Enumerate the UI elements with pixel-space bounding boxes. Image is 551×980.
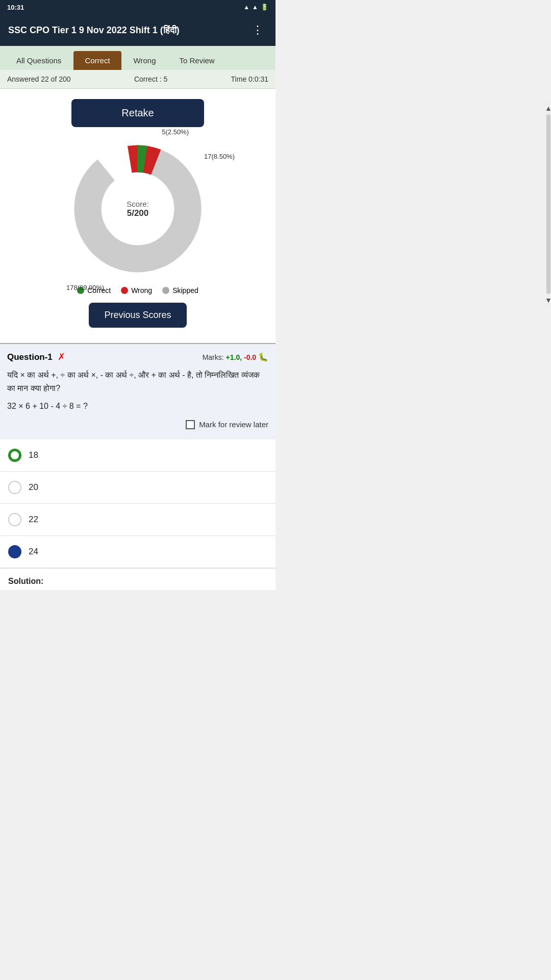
answered-count: Answered 22 of 200 [7, 75, 71, 83]
question-text: यदि × का अर्थ +, ÷ का अर्थ ×, - का अर्थ … [7, 369, 268, 413]
chart-labels: 5(2.50%) 17(8.50%) 178(89.00%) [66, 137, 209, 280]
skipped-label: 178(89.00%) [66, 284, 104, 291]
question-section: Question-1 ✗ Marks: +1.0, -0.0 🐛 यदि × क… [0, 343, 276, 439]
status-bar: 10:31 ▲ ▲ 🔋 [0, 0, 276, 14]
option-radio-4[interactable] [8, 545, 21, 558]
question-number: Question-1 ✗ [7, 351, 65, 362]
solution-section: Solution: [0, 568, 276, 590]
option-row-4[interactable]: 24 [0, 536, 276, 568]
header-title: SSC CPO Tier 1 9 Nov 2022 Shift 1 (हिंदी… [8, 25, 248, 36]
tab-all-questions[interactable]: All Questions [5, 51, 72, 70]
signal-icon: ▲ [252, 4, 258, 11]
score-chart: Score: 5/200 5(2.50%) 17(8.50%) 178(89.0… [66, 137, 209, 280]
previous-scores-button[interactable]: Previous Scores [89, 303, 186, 328]
option-value-1: 18 [29, 450, 38, 460]
tab-correct[interactable]: Correct [73, 51, 121, 70]
question-header: Question-1 ✗ Marks: +1.0, -0.0 🐛 [7, 351, 268, 362]
wrong-dot [121, 287, 128, 294]
mark-review-checkbox[interactable] [186, 420, 195, 429]
option-value-2: 20 [29, 482, 38, 493]
mark-review-row: Mark for review later [7, 420, 268, 429]
main-content: Retake Score: [0, 89, 276, 343]
option-radio-3[interactable] [8, 513, 21, 526]
legend-skipped-label: Skipped [172, 286, 198, 295]
time-elapsed: Time 0:0:31 [231, 75, 268, 83]
skipped-dot [162, 287, 169, 294]
mark-review-label: Mark for review later [199, 420, 268, 429]
correct-label: 5(2.50%) [162, 128, 189, 136]
option-row-3[interactable]: 22 [0, 504, 276, 536]
wrong-label: 17(8.50%) [204, 153, 235, 160]
status-time: 10:31 [7, 4, 24, 11]
option-value-3: 22 [29, 514, 38, 525]
option-row-2[interactable]: 20 [0, 472, 276, 504]
marks-info: Marks: +1.0, -0.0 🐛 [203, 352, 268, 362]
chart-section: Score: 5/200 5(2.50%) 17(8.50%) 178(89.0… [8, 137, 267, 328]
tab-wrong[interactable]: Wrong [122, 51, 167, 70]
stats-bar: Answered 22 of 200 Correct : 5 Time 0:0:… [0, 70, 276, 89]
header: SSC CPO Tier 1 9 Nov 2022 Shift 1 (हिंदी… [0, 14, 276, 46]
options-section: 18 20 22 24 [0, 439, 276, 568]
more-options-button[interactable]: ⋮ [248, 21, 267, 39]
tab-bar: All Questions Correct Wrong To Review [0, 46, 276, 70]
solution-label: Solution: [8, 577, 43, 585]
wifi-icon: ▲ [243, 4, 249, 11]
correct-count: Correct : 5 [134, 75, 167, 83]
option-radio-2[interactable] [8, 481, 21, 494]
legend-wrong: Wrong [121, 286, 152, 295]
legend-wrong-label: Wrong [131, 286, 152, 295]
wrong-icon: ✗ [58, 352, 65, 362]
option-radio-1[interactable] [8, 449, 21, 462]
status-icons: ▲ ▲ 🔋 [243, 4, 268, 11]
tab-to-review[interactable]: To Review [168, 51, 226, 70]
legend-skipped: Skipped [162, 286, 198, 295]
retake-button[interactable]: Retake [71, 99, 204, 127]
bug-icon[interactable]: 🐛 [258, 353, 268, 361]
option-row-1[interactable]: 18 [0, 439, 276, 472]
battery-icon: 🔋 [261, 4, 268, 11]
option-value-4: 24 [29, 547, 38, 557]
